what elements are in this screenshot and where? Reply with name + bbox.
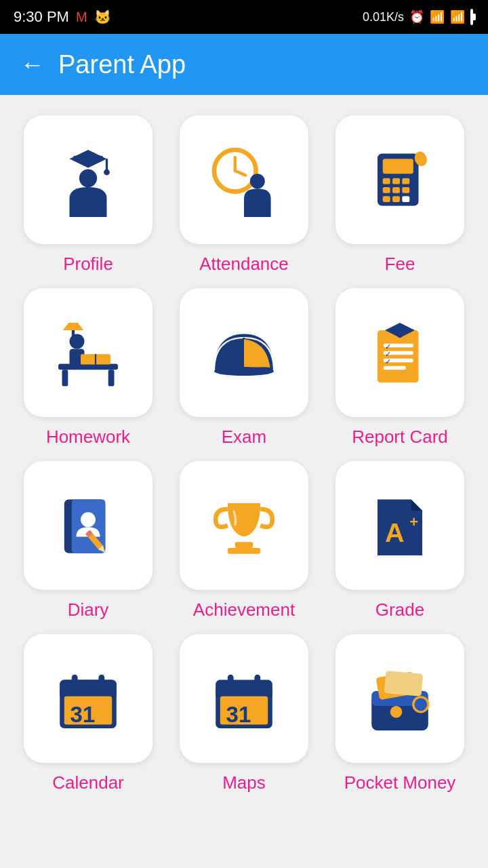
calendar-icon-card: 31 <box>24 634 152 763</box>
app-icon: 🐱 <box>94 9 111 25</box>
homework-label: Homework <box>46 427 130 448</box>
menu-item-profile[interactable]: Profile <box>17 115 159 275</box>
app-header: ← Parent App <box>0 34 488 95</box>
menu-grid: Profile Attendance <box>0 95 488 814</box>
attendance-label: Attendance <box>199 254 289 275</box>
svg-rect-58 <box>98 675 104 687</box>
svg-text:+: + <box>409 513 418 530</box>
svg-text:✓: ✓ <box>385 357 391 366</box>
svg-point-71 <box>390 706 403 718</box>
svg-rect-63 <box>228 675 234 687</box>
svg-line-8 <box>235 171 245 176</box>
menu-item-maps[interactable]: 31 Maps <box>173 634 315 793</box>
svg-rect-32 <box>378 330 419 382</box>
svg-rect-55 <box>60 688 117 696</box>
svg-rect-15 <box>383 187 390 193</box>
grade-label: Grade <box>375 599 424 620</box>
battery-icon <box>470 10 474 24</box>
svg-rect-57 <box>72 675 78 687</box>
pocket-money-label: Pocket Money <box>344 772 456 793</box>
gmail-icon: M <box>76 9 87 25</box>
menu-item-achievement[interactable]: Achievement <box>173 461 315 620</box>
menu-item-pocket-money[interactable]: Pocket Money <box>329 634 471 793</box>
svg-rect-64 <box>254 675 260 687</box>
fee-icon-card <box>336 115 464 244</box>
menu-item-attendance[interactable]: Attendance <box>173 115 315 275</box>
svg-rect-19 <box>392 196 400 202</box>
svg-rect-11 <box>383 159 413 174</box>
alarm-icon: ⏰ <box>409 9 424 24</box>
attendance-icon <box>207 142 281 217</box>
svg-point-9 <box>250 174 265 189</box>
maps-label: Maps <box>222 772 266 793</box>
menu-item-calendar[interactable]: 31 Calendar <box>17 634 159 793</box>
svg-text:A: A <box>385 517 405 547</box>
svg-rect-16 <box>392 187 400 193</box>
calendar-icon: 31 <box>51 661 125 736</box>
svg-marker-30 <box>63 323 84 330</box>
svg-rect-61 <box>216 688 272 696</box>
svg-rect-18 <box>383 196 390 202</box>
time-display: 9:30 PM <box>14 8 69 26</box>
achievement-label: Achievement <box>193 599 295 620</box>
svg-text:31: 31 <box>70 702 96 727</box>
grade-icon-card: A + <box>336 461 464 590</box>
svg-rect-17 <box>402 187 409 193</box>
attendance-icon-card <box>180 115 308 244</box>
maps-icon-card: 31 <box>180 634 308 763</box>
svg-rect-22 <box>58 364 118 370</box>
svg-rect-14 <box>402 178 409 184</box>
menu-item-report-card[interactable]: ✓ ✓ ✓ Report Card <box>329 288 471 448</box>
homework-icon <box>51 315 125 390</box>
pocket-money-icon <box>363 661 437 736</box>
wifi-icon: 📶 <box>430 9 445 24</box>
svg-rect-12 <box>383 178 390 184</box>
diary-icon-card <box>24 461 152 590</box>
svg-rect-13 <box>392 178 400 184</box>
back-button[interactable]: ← <box>20 50 45 79</box>
menu-item-diary[interactable]: Diary <box>17 461 159 620</box>
svg-marker-1 <box>70 150 107 167</box>
svg-rect-20 <box>402 196 409 202</box>
exam-icon <box>207 315 281 390</box>
achievement-icon <box>207 488 281 563</box>
svg-rect-49 <box>235 542 253 548</box>
svg-rect-36 <box>384 366 406 370</box>
profile-icon <box>51 142 125 217</box>
svg-point-3 <box>104 170 110 176</box>
menu-item-fee[interactable]: Fee <box>329 115 471 275</box>
maps-icon: 31 <box>207 661 281 736</box>
pocket-money-icon-card <box>336 634 464 763</box>
calendar-label: Calendar <box>52 772 124 793</box>
svg-point-45 <box>81 512 96 527</box>
network-speed: 0.01K/s <box>363 10 404 24</box>
fee-icon <box>363 142 437 217</box>
menu-item-homework[interactable]: Homework <box>17 288 159 448</box>
svg-point-31 <box>214 367 274 376</box>
profile-label: Profile <box>63 254 113 275</box>
page-title: Parent App <box>58 50 186 79</box>
svg-point-70 <box>413 697 428 712</box>
profile-icon-card <box>24 115 152 244</box>
homework-icon-card <box>24 288 152 417</box>
svg-rect-29 <box>72 330 75 345</box>
status-bar: 9:30 PM M 🐱 0.01K/s ⏰ 📶 📶 <box>0 0 488 34</box>
grade-icon: A + <box>363 488 437 563</box>
svg-point-39 <box>397 332 403 338</box>
svg-rect-50 <box>228 548 260 554</box>
menu-item-grade[interactable]: A + Grade <box>329 461 471 620</box>
fee-label: Fee <box>385 254 415 275</box>
diary-icon <box>51 488 125 563</box>
menu-item-exam[interactable]: Exam <box>173 288 315 448</box>
signal-icon: 📶 <box>450 9 465 24</box>
svg-rect-24 <box>108 370 115 386</box>
report-card-label: Report Card <box>352 427 448 448</box>
svg-point-4 <box>79 170 97 187</box>
exam-label: Exam <box>222 427 266 448</box>
diary-label: Diary <box>68 599 109 620</box>
achievement-icon-card <box>180 461 308 590</box>
exam-icon-card <box>180 288 308 417</box>
svg-rect-23 <box>62 370 68 386</box>
svg-text:31: 31 <box>226 702 251 727</box>
report-card-icon-card: ✓ ✓ ✓ <box>336 288 464 417</box>
